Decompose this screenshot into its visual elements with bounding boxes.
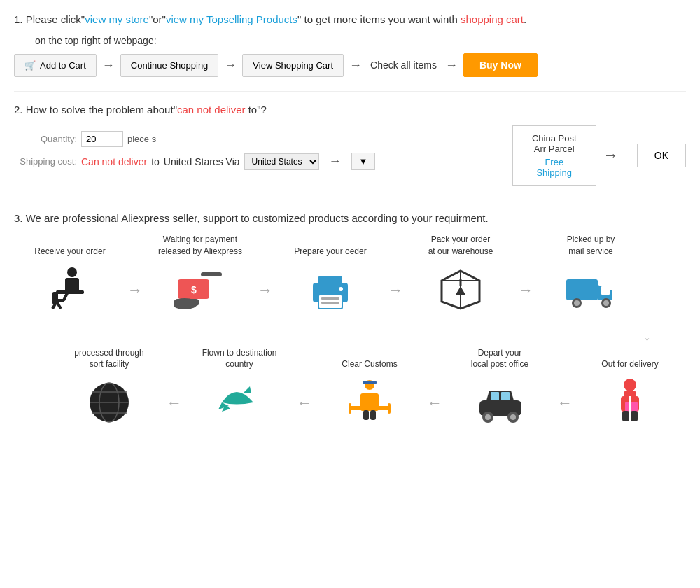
proc-arrow8: ← xyxy=(167,394,182,412)
shipping-method-dropdown[interactable]: ▼ xyxy=(351,153,376,170)
section2-title: 2. How to solve the problem about"can no… xyxy=(14,102,686,118)
shipping-form: Quantity: piece s Shipping cost: Can not… xyxy=(14,125,498,176)
svg-rect-48 xyxy=(363,381,377,384)
shipping-cost-label: Shipping cost: xyxy=(14,156,77,167)
ok-button[interactable]: OK xyxy=(637,144,686,167)
svg-point-19 xyxy=(339,287,343,291)
proc-arrow-down: ↓ xyxy=(14,326,686,344)
svg-point-46 xyxy=(510,414,516,420)
section3-title: 3. We are professional Aliexpress seller… xyxy=(14,210,686,227)
printer-icon xyxy=(302,262,358,318)
china-post-title: China PostArr Parcel xyxy=(524,133,584,154)
box-icon xyxy=(433,262,489,318)
pack-label: Pack your orderat our warehouse xyxy=(428,234,493,258)
section1: 1. Please click"view my store"or"view my… xyxy=(14,11,686,77)
piece-text: piece s xyxy=(127,134,156,144)
buy-now-button[interactable]: Buy Now xyxy=(463,53,538,77)
svg-rect-51 xyxy=(349,403,351,414)
section1-title: 1. Please click"view my store"or"view my… xyxy=(14,11,686,28)
arrow-to-ok: → xyxy=(603,146,619,164)
proc-arrow5: ← xyxy=(557,394,573,412)
arrow4: → xyxy=(445,58,458,73)
svg-point-0 xyxy=(67,267,77,277)
link-view-store[interactable]: view my store xyxy=(85,13,149,25)
quantity-input[interactable] xyxy=(81,131,123,147)
svg-rect-50 xyxy=(349,406,391,410)
svg-rect-18 xyxy=(321,302,340,304)
section2-content: Quantity: piece s Shipping cost: Can not… xyxy=(14,125,686,186)
plane-icon xyxy=(211,374,267,430)
svg-rect-15 xyxy=(318,276,342,286)
customs-label: Clear Customs xyxy=(342,358,397,370)
svg-marker-23 xyxy=(456,286,465,295)
svg-rect-41 xyxy=(491,392,499,400)
shipping-cost-row: Shipping cost: Can not deliver to United… xyxy=(14,153,498,170)
globe-icon xyxy=(81,374,137,430)
svg-rect-52 xyxy=(388,403,391,414)
svg-rect-53 xyxy=(363,410,369,420)
svg-rect-42 xyxy=(501,392,510,400)
quantity-label: Quantity: xyxy=(14,134,77,144)
destination-text: United Stares Via xyxy=(164,156,240,167)
arrow-shipping: → xyxy=(329,154,342,169)
process-item-depart: Depart yourlocal post office xyxy=(444,347,556,434)
on-top-text: on the top right of webpage: xyxy=(35,35,686,46)
receive-label: Receive your order xyxy=(34,246,105,258)
process-flow: Receive your order xyxy=(14,234,686,433)
svg-rect-13 xyxy=(174,299,200,306)
payment-icon: $ xyxy=(172,262,228,318)
delivery-label: Out for delivery xyxy=(601,358,658,370)
arrow1: → xyxy=(102,58,115,73)
flown-label: Flown to destinationcountry xyxy=(202,347,277,371)
svg-rect-25 xyxy=(566,279,598,300)
payment-label: Waiting for paymentreleased by Aliexpres… xyxy=(158,234,242,258)
truck-icon xyxy=(563,262,619,318)
process-row1: Receive your order xyxy=(14,234,686,321)
svg-line-6 xyxy=(57,302,61,309)
text-or: "or" xyxy=(149,13,166,25)
sort-label: processed throughsort facility xyxy=(74,347,144,371)
svg-marker-40 xyxy=(486,391,514,400)
view-cart-button[interactable]: View Shopping Cart xyxy=(242,54,344,77)
step-bar: 🛒 Add to Cart → Continue Shopping → View… xyxy=(14,53,686,77)
section3: 3. We are professional Aliexpress seller… xyxy=(14,210,686,433)
process-item-flown: Flown to destinationcountry xyxy=(183,347,295,434)
proc-arrow3: → xyxy=(388,281,403,300)
proc-arrow1: → xyxy=(127,281,143,300)
text-before: 1. Please click" xyxy=(14,13,85,25)
cannot-deliver-label: Can not deliver xyxy=(81,156,147,167)
process-item-customs: Clear Customs xyxy=(314,358,426,433)
svg-rect-33 xyxy=(624,391,636,397)
process-item-pickup: Picked up bymail service xyxy=(535,234,647,321)
svg-rect-27 xyxy=(601,286,610,295)
svg-rect-11 xyxy=(201,272,222,276)
process-item-prepare: Prepare your oeder xyxy=(274,246,386,321)
check-all-items-text: Check all items xyxy=(370,59,437,71)
china-post-box: China PostArr Parcel FreeShipping xyxy=(512,125,596,186)
svg-point-44 xyxy=(485,414,491,420)
link-view-topselling[interactable]: view my Topselling Products xyxy=(166,13,298,25)
proc-arrow4: → xyxy=(518,281,533,300)
svg-rect-38 xyxy=(631,411,638,421)
svg-rect-17 xyxy=(321,298,340,300)
person-desk-icon xyxy=(42,262,98,318)
arrow2: → xyxy=(224,58,237,73)
china-post-section: China PostArr Parcel FreeShipping → OK xyxy=(512,125,686,186)
proc-arrow6: ← xyxy=(427,394,442,412)
process-item-delivery: Out for delivery xyxy=(574,358,686,433)
svg-point-32 xyxy=(624,379,636,391)
process-item-receive: Receive your order xyxy=(14,246,126,321)
continue-shopping-button[interactable]: Continue Shopping xyxy=(120,54,219,77)
process-item-sort: processed throughsort facility xyxy=(53,347,165,434)
destination-dropdown[interactable]: United States xyxy=(244,153,319,170)
depart-label: Depart yourlocal post office xyxy=(471,347,529,371)
process-row2: Out for delivery xyxy=(14,347,686,434)
car-icon xyxy=(472,374,528,430)
add-to-cart-button[interactable]: 🛒 Add to Cart xyxy=(14,54,97,77)
cart-icon: 🛒 xyxy=(24,60,36,71)
pickup-label: Picked up bymail service xyxy=(567,234,615,258)
svg-rect-2 xyxy=(56,290,84,294)
svg-point-31 xyxy=(603,300,609,306)
quantity-row: Quantity: piece s xyxy=(14,131,498,147)
link-shopping-cart[interactable]: shopping cart xyxy=(461,13,524,25)
